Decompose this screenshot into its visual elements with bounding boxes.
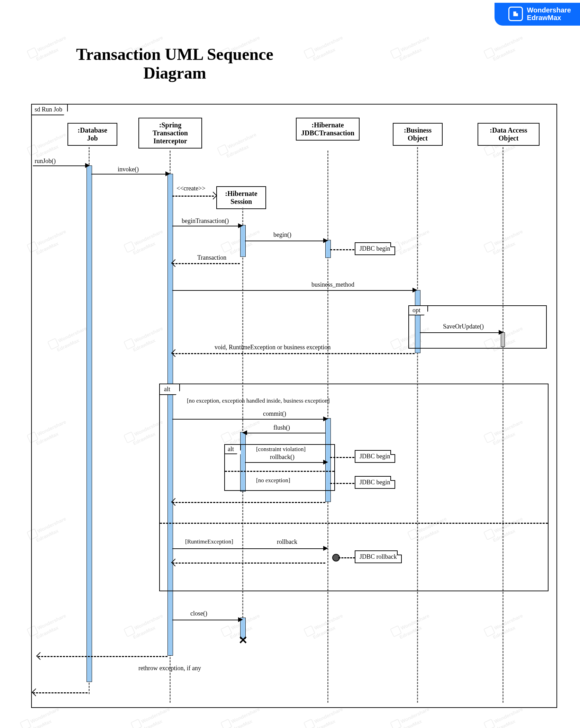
arrow-close <box>172 620 240 620</box>
msg-begin: begin() <box>273 231 291 239</box>
arrowhead <box>323 238 328 243</box>
destroy-icon: ✕ <box>238 633 248 647</box>
msg-begintxn: beginTransaction() <box>182 217 229 225</box>
note-jdbc-begin3: JDBC begin <box>355 476 395 489</box>
arrowhead <box>242 430 247 435</box>
note-jdbc-begin2: JDBC begin <box>355 450 395 463</box>
arrow-return-void <box>172 353 415 354</box>
msg-return-void: void, RuntimeException or business excep… <box>215 344 330 351</box>
note-jdbc-begin: JDBC begin <box>355 242 395 255</box>
arrowhead <box>413 288 417 293</box>
arrowhead <box>323 416 328 421</box>
brand-line1: Wondershare <box>527 6 571 14</box>
arrow-jdbc-note <box>330 249 354 250</box>
inner-divider <box>225 471 334 472</box>
msg-invoke: invoke() <box>118 166 139 173</box>
arrow-begin <box>245 241 325 241</box>
arrow-note2 <box>330 457 354 458</box>
cond-no-exc2: [no exception] <box>256 477 290 484</box>
arrow-create <box>172 196 214 197</box>
arrow-rollback2 <box>172 548 325 549</box>
msg-save: SaveOrUpdate() <box>443 323 484 330</box>
inner-alt-label: alt <box>224 444 241 454</box>
lifeline-interceptor: :Spring Transaction Interceptor <box>138 118 202 149</box>
alt-frame <box>159 384 549 591</box>
arrow-txn-return <box>172 263 240 264</box>
arrow-rollback1 <box>245 462 325 463</box>
activation-db <box>87 165 92 682</box>
arrow-flush <box>245 433 325 433</box>
lifeline-database-job: :Database Job <box>67 123 117 146</box>
alt-divider <box>160 523 548 524</box>
arrowhead <box>323 460 328 465</box>
lifeline-dao: :Data Access Object <box>478 123 540 146</box>
arrowhead <box>85 163 90 168</box>
brand-icon <box>508 7 523 21</box>
opt-label: opt <box>408 305 428 315</box>
msg-commit: commit() <box>263 410 286 417</box>
lifeline-hibernate-session: :Hibernate Session <box>216 186 266 209</box>
msg-flush: flush() <box>273 424 290 431</box>
brand-line2: EdrawMax <box>527 14 571 21</box>
msg-rollback-paren: rollback() <box>270 453 294 461</box>
msg-rethrow: rethrow exception, if any <box>138 665 201 672</box>
arrow-save <box>420 332 501 333</box>
cond-no-exc: [no exception, exception handled inside,… <box>187 397 330 404</box>
arrowhead <box>238 223 243 228</box>
arrow-commit <box>172 419 325 420</box>
brand-badge: Wondershare EdrawMax <box>495 3 580 26</box>
msg-rollback: rollback <box>277 538 297 546</box>
arrow-final-return <box>33 692 88 693</box>
arrow-return-commit <box>172 502 325 503</box>
lifeline-jdbc-txn: :Hibernate JDBCTransaction <box>296 118 360 141</box>
frame-label: sd Run Job <box>31 104 68 115</box>
arrow-runjob <box>33 165 87 166</box>
arrow-note3 <box>330 483 354 484</box>
note-jdbc-rollback: JDBC rollback <box>355 550 402 563</box>
arrowhead <box>165 171 170 176</box>
msg-create: <<create>> <box>176 185 206 192</box>
arrowhead <box>238 617 243 622</box>
arrow-return-rollback <box>172 563 325 564</box>
alt-label: alt <box>159 384 180 395</box>
arrowhead <box>499 330 504 335</box>
arrow-jdbc-rollback <box>338 557 355 558</box>
msg-runjob: runJob() <box>35 158 56 165</box>
msg-close: close() <box>190 610 207 617</box>
arrow-business <box>172 290 415 291</box>
arrow-begintxn <box>172 226 240 226</box>
page: Wondershare EdrawMax Wondershare EdrawMa… <box>0 0 580 728</box>
arrow-invoke <box>91 174 167 174</box>
cond-runtime: [RuntimeException] <box>185 538 233 545</box>
diagram-title: Transaction UML Sequence Diagram <box>59 45 291 82</box>
msg-business: business_method <box>311 281 354 288</box>
lifeline-business: :Business Object <box>393 123 443 146</box>
msg-txn-return: Transaction <box>197 254 226 261</box>
cond-constraint: [constraint violation] <box>256 446 306 453</box>
arrow-rethrow <box>38 656 167 657</box>
arrowhead <box>323 546 328 551</box>
